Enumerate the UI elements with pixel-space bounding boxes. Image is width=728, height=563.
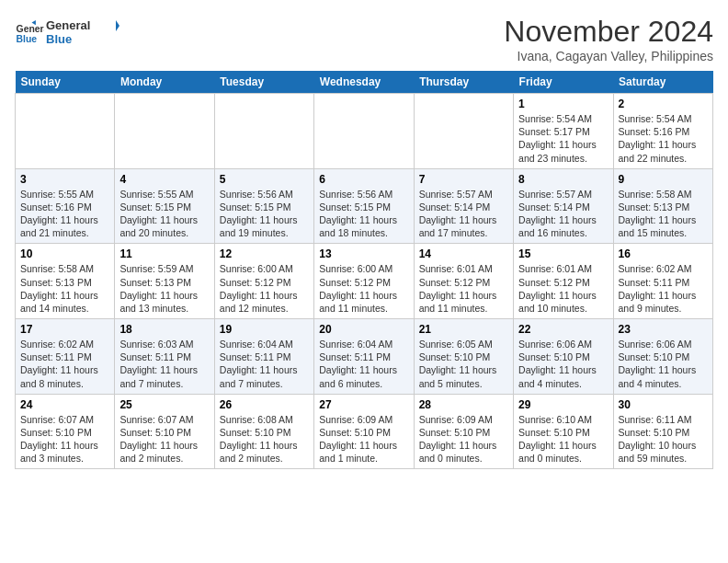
title-block: November 2024 Ivana, Cagayan Valley, Phi…: [504, 15, 713, 63]
calendar-cell: 29Sunrise: 6:10 AMSunset: 5:10 PMDayligh…: [514, 394, 613, 469]
calendar-table: SundayMondayTuesdayWednesdayThursdayFrid…: [15, 71, 713, 469]
day-info: Sunrise: 5:58 AMSunset: 5:13 PMDaylight:…: [20, 262, 109, 315]
calendar-cell: 5Sunrise: 5:56 AMSunset: 5:15 PMDaylight…: [214, 168, 313, 244]
calendar-cell: [214, 94, 313, 169]
calendar-week-row: 3Sunrise: 5:55 AMSunset: 5:16 PMDaylight…: [16, 168, 713, 244]
day-number: 26: [220, 398, 309, 411]
day-info: Sunrise: 5:54 AMSunset: 5:16 PMDaylight:…: [619, 112, 708, 165]
day-info: Sunrise: 6:04 AMSunset: 5:11 PMDaylight:…: [220, 338, 309, 390]
day-info: Sunrise: 5:56 AMSunset: 5:15 PMDaylight:…: [220, 188, 309, 240]
calendar-cell: 19Sunrise: 6:04 AMSunset: 5:11 PMDayligh…: [214, 319, 313, 395]
day-info: Sunrise: 6:09 AMSunset: 5:10 PMDaylight:…: [419, 413, 508, 465]
month-title: November 2024: [504, 15, 713, 49]
weekday-header: Thursday: [414, 71, 513, 94]
day-info: Sunrise: 6:01 AMSunset: 5:12 PMDaylight:…: [518, 262, 608, 315]
svg-text:Blue: Blue: [17, 34, 38, 44]
weekday-header-row: SundayMondayTuesdayWednesdayThursdayFrid…: [16, 71, 713, 94]
day-number: 24: [20, 398, 109, 411]
calendar-cell: 25Sunrise: 6:07 AMSunset: 5:10 PMDayligh…: [115, 394, 214, 469]
day-info: Sunrise: 6:08 AMSunset: 5:10 PMDaylight:…: [220, 413, 309, 465]
page-header: General Blue General Blue November 2024 …: [15, 15, 713, 63]
calendar-cell: 1Sunrise: 5:54 AMSunset: 5:17 PMDaylight…: [514, 94, 613, 169]
day-number: 19: [220, 323, 309, 336]
calendar-cell: 24Sunrise: 6:07 AMSunset: 5:10 PMDayligh…: [16, 394, 115, 469]
day-number: 18: [119, 323, 209, 336]
calendar-cell: 14Sunrise: 6:01 AMSunset: 5:12 PMDayligh…: [414, 244, 513, 319]
calendar-cell: 30Sunrise: 6:11 AMSunset: 5:10 PMDayligh…: [613, 394, 712, 469]
day-number: 13: [319, 247, 408, 260]
day-info: Sunrise: 6:03 AMSunset: 5:11 PMDaylight:…: [119, 338, 209, 390]
day-info: Sunrise: 6:10 AMSunset: 5:10 PMDaylight:…: [518, 413, 608, 465]
calendar-cell: 23Sunrise: 6:06 AMSunset: 5:10 PMDayligh…: [613, 319, 712, 395]
logo-svg: General Blue: [46, 15, 119, 50]
day-info: Sunrise: 6:00 AMSunset: 5:12 PMDaylight:…: [319, 262, 408, 315]
location: Ivana, Cagayan Valley, Philippines: [504, 49, 713, 63]
day-number: 20: [319, 323, 408, 336]
day-info: Sunrise: 6:06 AMSunset: 5:10 PMDaylight:…: [619, 338, 708, 390]
day-number: 17: [20, 323, 109, 336]
weekday-header: Monday: [115, 71, 214, 94]
calendar-cell: 6Sunrise: 5:56 AMSunset: 5:15 PMDaylight…: [314, 168, 414, 244]
day-info: Sunrise: 6:09 AMSunset: 5:10 PMDaylight:…: [319, 413, 408, 465]
calendar-cell: [314, 94, 414, 169]
calendar-cell: [414, 94, 513, 169]
day-info: Sunrise: 5:55 AMSunset: 5:16 PMDaylight:…: [20, 188, 109, 240]
day-info: Sunrise: 5:57 AMSunset: 5:14 PMDaylight:…: [518, 188, 608, 240]
calendar-cell: 2Sunrise: 5:54 AMSunset: 5:16 PMDaylight…: [613, 94, 712, 169]
weekday-header: Saturday: [613, 71, 712, 94]
calendar-week-row: 1Sunrise: 5:54 AMSunset: 5:17 PMDaylight…: [16, 94, 713, 169]
day-number: 3: [20, 173, 109, 186]
day-info: Sunrise: 6:01 AMSunset: 5:12 PMDaylight:…: [419, 262, 508, 315]
day-info: Sunrise: 6:07 AMSunset: 5:10 PMDaylight:…: [20, 413, 109, 465]
calendar-cell: 4Sunrise: 5:55 AMSunset: 5:15 PMDaylight…: [115, 168, 214, 244]
weekday-header: Friday: [514, 71, 613, 94]
calendar-cell: 21Sunrise: 6:05 AMSunset: 5:10 PMDayligh…: [414, 319, 513, 395]
day-number: 10: [20, 247, 109, 260]
day-number: 22: [518, 323, 608, 336]
calendar-cell: 10Sunrise: 5:58 AMSunset: 5:13 PMDayligh…: [16, 244, 115, 319]
day-number: 14: [419, 247, 508, 260]
day-number: 12: [220, 247, 309, 260]
day-info: Sunrise: 5:57 AMSunset: 5:14 PMDaylight:…: [419, 188, 508, 240]
day-number: 30: [619, 398, 708, 411]
day-info: Sunrise: 5:58 AMSunset: 5:13 PMDaylight:…: [619, 188, 708, 240]
day-number: 21: [419, 323, 508, 336]
logo: General Blue General Blue: [15, 15, 119, 53]
day-info: Sunrise: 5:54 AMSunset: 5:17 PMDaylight:…: [518, 112, 608, 165]
logo-icon: General Blue: [15, 19, 44, 49]
day-info: Sunrise: 6:04 AMSunset: 5:11 PMDaylight:…: [319, 338, 408, 390]
calendar-cell: 20Sunrise: 6:04 AMSunset: 5:11 PMDayligh…: [314, 319, 414, 395]
day-number: 2: [619, 98, 708, 110]
weekday-header: Sunday: [16, 71, 115, 94]
day-info: Sunrise: 6:02 AMSunset: 5:11 PMDaylight:…: [619, 262, 708, 315]
day-number: 15: [518, 247, 608, 260]
day-info: Sunrise: 6:02 AMSunset: 5:11 PMDaylight:…: [20, 338, 109, 390]
day-info: Sunrise: 6:06 AMSunset: 5:10 PMDaylight:…: [518, 338, 608, 390]
day-number: 23: [619, 323, 708, 336]
calendar-week-row: 24Sunrise: 6:07 AMSunset: 5:10 PMDayligh…: [16, 394, 713, 469]
day-number: 4: [119, 173, 209, 186]
day-info: Sunrise: 5:59 AMSunset: 5:13 PMDaylight:…: [119, 262, 209, 315]
calendar-cell: 13Sunrise: 6:00 AMSunset: 5:12 PMDayligh…: [314, 244, 414, 319]
day-number: 9: [619, 173, 708, 186]
calendar-cell: 3Sunrise: 5:55 AMSunset: 5:16 PMDaylight…: [16, 168, 115, 244]
day-info: Sunrise: 5:56 AMSunset: 5:15 PMDaylight:…: [319, 188, 408, 240]
calendar-cell: 26Sunrise: 6:08 AMSunset: 5:10 PMDayligh…: [214, 394, 313, 469]
calendar-cell: [115, 94, 214, 169]
calendar-cell: 17Sunrise: 6:02 AMSunset: 5:11 PMDayligh…: [16, 319, 115, 395]
calendar-cell: 27Sunrise: 6:09 AMSunset: 5:10 PMDayligh…: [314, 394, 414, 469]
day-number: 8: [518, 173, 608, 186]
calendar-cell: 9Sunrise: 5:58 AMSunset: 5:13 PMDaylight…: [613, 168, 712, 244]
day-number: 28: [419, 398, 508, 411]
day-info: Sunrise: 5:55 AMSunset: 5:15 PMDaylight:…: [119, 188, 209, 240]
calendar-cell: 11Sunrise: 5:59 AMSunset: 5:13 PMDayligh…: [115, 244, 214, 319]
calendar-cell: 8Sunrise: 5:57 AMSunset: 5:14 PMDaylight…: [514, 168, 613, 244]
calendar-cell: 28Sunrise: 6:09 AMSunset: 5:10 PMDayligh…: [414, 394, 513, 469]
calendar-cell: [16, 94, 115, 169]
calendar-cell: 18Sunrise: 6:03 AMSunset: 5:11 PMDayligh…: [115, 319, 214, 395]
calendar-week-row: 17Sunrise: 6:02 AMSunset: 5:11 PMDayligh…: [16, 319, 713, 395]
calendar-cell: 7Sunrise: 5:57 AMSunset: 5:14 PMDaylight…: [414, 168, 513, 244]
day-info: Sunrise: 6:07 AMSunset: 5:10 PMDaylight:…: [119, 413, 209, 465]
day-number: 27: [319, 398, 408, 411]
weekday-header: Tuesday: [214, 71, 313, 94]
